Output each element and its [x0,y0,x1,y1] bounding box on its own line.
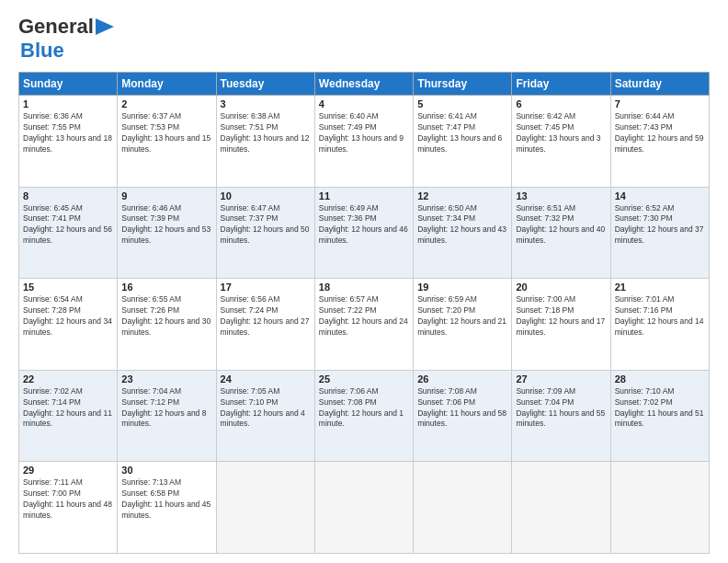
day-sunrise: Sunrise: 6:56 AM [221,294,280,304]
day-sunset: Sunset: 7:41 PM [23,213,81,223]
calendar-week-2: 8 Sunrise: 6:45 AM Sunset: 7:41 PM Dayli… [19,187,710,279]
calendar-header-tuesday: Tuesday [216,73,314,96]
day-sunrise: Sunrise: 6:55 AM [121,294,181,304]
day-daylight: Daylight: 11 hours and 58 minutes. [417,408,506,429]
calendar-cell: 29 Sunrise: 7:11 AM Sunset: 7:00 PM Dayl… [19,462,118,554]
day-sunrise: Sunrise: 7:13 AM [121,477,181,487]
day-sunrise: Sunrise: 6:52 AM [615,203,675,213]
day-daylight: Daylight: 12 hours and 1 minute. [319,408,404,429]
calendar-header-row: SundayMondayTuesdayWednesdayThursdayFrid… [19,73,710,96]
day-sunset: Sunset: 7:51 PM [221,122,279,132]
day-sunset: Sunset: 7:16 PM [615,305,673,315]
day-sunset: Sunset: 7:10 PM [221,397,279,407]
day-sunset: Sunset: 7:18 PM [516,305,574,315]
page: General Blue SundayMondayTuesdayWednesda… [0,0,728,563]
day-number: 4 [319,98,409,109]
day-daylight: Daylight: 12 hours and 56 minutes. [23,224,112,245]
calendar-cell: 3 Sunrise: 6:38 AM Sunset: 7:51 PM Dayli… [216,96,314,188]
day-sunrise: Sunrise: 6:42 AM [516,111,575,121]
calendar: SundayMondayTuesdayWednesdayThursdayFrid… [18,72,710,554]
day-number: 12 [417,190,507,201]
day-daylight: Daylight: 13 hours and 18 minutes. [23,133,112,154]
calendar-cell: 21 Sunrise: 7:01 AM Sunset: 7:16 PM Dayl… [610,279,709,371]
calendar-cell: 23 Sunrise: 7:04 AM Sunset: 7:12 PM Dayl… [118,370,216,462]
day-sunrise: Sunrise: 6:38 AM [221,111,280,121]
calendar-cell: 28 Sunrise: 7:10 AM Sunset: 7:02 PM Dayl… [610,370,709,462]
calendar-cell: 22 Sunrise: 7:02 AM Sunset: 7:14 PM Dayl… [19,370,118,462]
calendar-header-wednesday: Wednesday [314,73,413,96]
calendar-cell: 2 Sunrise: 6:37 AM Sunset: 7:53 PM Dayli… [118,96,216,188]
day-sunset: Sunset: 7:14 PM [23,397,81,407]
day-daylight: Daylight: 11 hours and 51 minutes. [615,408,704,429]
calendar-cell: 10 Sunrise: 6:47 AM Sunset: 7:37 PM Dayl… [216,187,314,279]
day-daylight: Daylight: 12 hours and 37 minutes. [615,224,704,245]
day-sunset: Sunset: 7:39 PM [121,213,179,223]
header: General Blue [18,15,710,63]
calendar-cell: 15 Sunrise: 6:54 AM Sunset: 7:28 PM Dayl… [19,279,118,371]
day-number: 26 [417,373,507,385]
day-sunset: Sunset: 7:02 PM [615,397,673,407]
day-number: 24 [221,373,311,385]
day-number: 11 [319,190,409,201]
day-sunrise: Sunrise: 7:11 AM [23,477,83,487]
day-number: 27 [516,373,606,385]
calendar-cell: 20 Sunrise: 7:00 AM Sunset: 7:18 PM Dayl… [512,279,610,371]
day-sunrise: Sunrise: 7:01 AM [615,294,675,304]
calendar-cell: 9 Sunrise: 6:46 AM Sunset: 7:39 PM Dayli… [118,187,216,279]
calendar-cell: 27 Sunrise: 7:09 AM Sunset: 7:04 PM Dayl… [512,370,610,462]
day-daylight: Daylight: 13 hours and 6 minutes. [417,133,502,154]
day-sunset: Sunset: 7:08 PM [319,397,377,407]
day-number: 14 [615,190,705,201]
day-sunset: Sunset: 7:04 PM [516,397,574,407]
day-sunset: Sunset: 7:34 PM [417,213,475,223]
day-number: 7 [615,98,705,109]
day-number: 8 [23,190,113,201]
day-daylight: Daylight: 13 hours and 12 minutes. [221,133,310,154]
calendar-cell: 5 Sunrise: 6:41 AM Sunset: 7:47 PM Dayli… [414,96,512,188]
day-daylight: Daylight: 12 hours and 46 minutes. [319,224,408,245]
day-daylight: Daylight: 13 hours and 15 minutes. [121,133,210,154]
day-sunrise: Sunrise: 6:50 AM [417,203,477,213]
day-number: 29 [23,465,113,476]
day-sunrise: Sunrise: 6:41 AM [417,111,477,121]
calendar-header-friday: Friday [512,73,610,96]
day-number: 25 [319,373,409,385]
day-sunset: Sunset: 7:06 PM [417,397,475,407]
calendar-cell: 4 Sunrise: 6:40 AM Sunset: 7:49 PM Dayli… [314,96,413,188]
day-sunrise: Sunrise: 6:40 AM [319,111,379,121]
svg-marker-0 [96,18,114,35]
day-number: 15 [23,282,113,293]
day-daylight: Daylight: 11 hours and 45 minutes. [121,500,210,520]
calendar-cell: 6 Sunrise: 6:42 AM Sunset: 7:45 PM Dayli… [512,96,610,188]
day-number: 9 [121,190,211,201]
day-number: 30 [121,465,211,476]
day-number: 22 [23,373,113,385]
day-sunset: Sunset: 7:36 PM [319,213,377,223]
calendar-cell [414,462,512,554]
calendar-cell: 17 Sunrise: 6:56 AM Sunset: 7:24 PM Dayl… [216,279,314,371]
day-number: 5 [417,98,507,109]
day-daylight: Daylight: 13 hours and 9 minutes. [319,133,404,154]
day-sunrise: Sunrise: 7:08 AM [417,386,477,396]
day-daylight: Daylight: 12 hours and 50 minutes. [221,224,310,245]
calendar-cell [610,462,709,554]
day-sunset: Sunset: 7:00 PM [23,488,81,498]
day-number: 3 [221,98,311,109]
calendar-week-3: 15 Sunrise: 6:54 AM Sunset: 7:28 PM Dayl… [19,279,710,371]
calendar-cell: 19 Sunrise: 6:59 AM Sunset: 7:20 PM Dayl… [414,279,512,371]
calendar-cell: 1 Sunrise: 6:36 AM Sunset: 7:55 PM Dayli… [19,96,118,188]
day-daylight: Daylight: 12 hours and 11 minutes. [23,408,112,429]
day-sunset: Sunset: 7:32 PM [516,213,574,223]
day-sunrise: Sunrise: 6:45 AM [23,203,83,213]
day-sunrise: Sunrise: 7:04 AM [121,386,181,396]
day-sunset: Sunset: 7:26 PM [121,305,179,315]
day-sunrise: Sunrise: 6:57 AM [319,294,379,304]
calendar-cell: 26 Sunrise: 7:08 AM Sunset: 7:06 PM Dayl… [414,370,512,462]
day-number: 20 [516,282,606,293]
day-number: 10 [221,190,311,201]
day-number: 2 [121,98,211,109]
day-sunrise: Sunrise: 7:05 AM [221,386,280,396]
day-sunset: Sunset: 7:49 PM [319,122,377,132]
day-daylight: Daylight: 12 hours and 17 minutes. [516,316,605,337]
day-daylight: Daylight: 13 hours and 3 minutes. [516,133,600,154]
